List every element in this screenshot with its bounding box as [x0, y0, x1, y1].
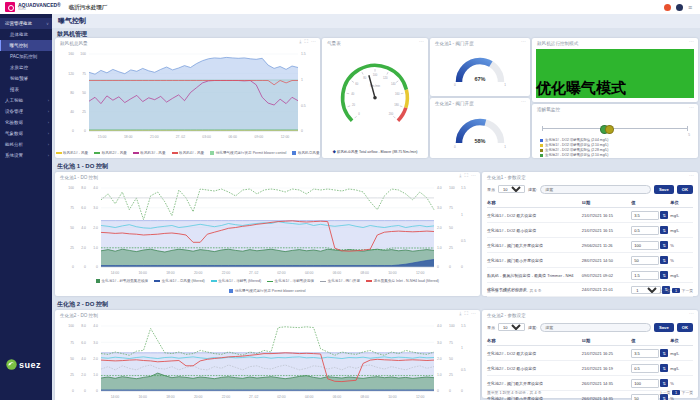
- more-icon[interactable]: ⋯: [471, 311, 476, 316]
- legend-marker-icon: [154, 280, 160, 282]
- value-stepper[interactable]: ⇅: [660, 211, 668, 219]
- svg-text:20:00: 20:00: [194, 395, 203, 399]
- page-title: 曝气控制: [58, 16, 86, 26]
- legend-item[interactable]: 生化池1# - 好氧段氨氮在线值: [96, 279, 148, 283]
- value-stepper[interactable]: ⇅: [660, 349, 668, 357]
- value-stepper[interactable]: ⇅: [660, 226, 668, 234]
- sidebar-item-4[interactable]: PAC加药控制: [0, 51, 52, 62]
- page-size-select[interactable]: 10: [498, 323, 525, 331]
- legend-item[interactable]: 鼓风机1# - 风量: [56, 151, 89, 155]
- value-stepper[interactable]: ⇅: [660, 379, 668, 387]
- more-icon[interactable]: ⋯: [689, 311, 694, 316]
- param-value-input[interactable]: [631, 271, 659, 280]
- sidebar-item-11[interactable]: 气象数据›: [0, 128, 52, 139]
- legend-marker-icon: [540, 139, 543, 142]
- more-icon[interactable]: ⋯: [689, 105, 694, 110]
- more-icon[interactable]: ⋯: [521, 39, 526, 44]
- sidebar-item-8[interactable]: 人工智能›: [0, 95, 52, 106]
- blower-airflow-chart[interactable]: 1007550250160120804001.510.5015:0018:002…: [59, 50, 316, 140]
- legend-item[interactable]: 鼓风机4# - 风量: [172, 151, 205, 155]
- download-icon[interactable]: ⤓: [299, 39, 301, 44]
- download-icon[interactable]: ⤓: [459, 311, 461, 316]
- value-stepper[interactable]: ⇅: [660, 241, 668, 249]
- more-icon[interactable]: ⋯: [419, 39, 424, 44]
- more-icon[interactable]: ⋯: [689, 39, 694, 44]
- current-page[interactable]: 1: [672, 390, 679, 395]
- sidebar-item-1[interactable]: 运营管理概览∨: [0, 18, 52, 29]
- table-row: 生化池2# - DO2 最大设定值21/07/2021 16:25⇅mg/L: [487, 346, 693, 361]
- sidebar-item-13[interactable]: 系统设置›: [0, 150, 52, 161]
- param-date: 21/07/2021 16:19: [582, 361, 631, 376]
- prev-page[interactable]: 上一页: [659, 390, 670, 395]
- save-button[interactable]: Save: [654, 323, 674, 332]
- search-input[interactable]: [540, 185, 651, 194]
- value-stepper[interactable]: ⇅: [660, 271, 668, 279]
- legend-marker-icon: [211, 280, 217, 282]
- value-stepper[interactable]: ⇅: [660, 256, 668, 264]
- col-date: 日期: [582, 198, 631, 208]
- download-icon[interactable]: ⤓: [459, 173, 461, 178]
- current-page[interactable]: 1: [672, 288, 679, 293]
- sidebar-item-10[interactable]: 化验数据›: [0, 117, 52, 128]
- fullscreen-icon[interactable]: ⛶: [464, 311, 468, 316]
- sidebar-item-2[interactable]: 总体概览: [0, 29, 52, 40]
- sidebar-item-5[interactable]: 水质监控: [0, 62, 52, 73]
- more-icon[interactable]: ⋯: [471, 173, 476, 178]
- legend-item[interactable]: 鼓风机2# - 风量: [94, 151, 127, 155]
- ok-button[interactable]: OK: [677, 185, 693, 194]
- svg-text:06:00: 06:00: [333, 271, 342, 275]
- svg-text:02:00: 02:00: [277, 271, 286, 275]
- legend-item[interactable]: 进水氨氮负荷 Inlet - N-NH4 load (filtered): [366, 279, 439, 283]
- svg-text:50: 50: [82, 91, 86, 95]
- sidebar-item-6[interactable]: 智能预警: [0, 73, 52, 84]
- svg-text:4.0: 4.0: [93, 186, 98, 190]
- param-value-input[interactable]: [631, 211, 659, 220]
- ok-button[interactable]: OK: [677, 323, 693, 332]
- param-value-input[interactable]: [631, 379, 659, 388]
- param-value-input[interactable]: [631, 241, 659, 250]
- sidebar-item-3[interactable]: 曝气控制: [0, 40, 52, 51]
- suez-wordmark: suez: [19, 360, 41, 370]
- legend-item[interactable]: 生化池1# - 溶解氧设定值: [267, 279, 314, 283]
- user-avatar-icon[interactable]: [676, 4, 683, 11]
- param-value-input[interactable]: [631, 349, 659, 358]
- legend-item[interactable]: 生化池1# - 阀门开度: [320, 279, 360, 283]
- more-icon[interactable]: ⋯: [521, 99, 526, 104]
- alarm-badge-icon[interactable]: [664, 4, 671, 11]
- col-name: 名称: [487, 198, 582, 208]
- legend-item[interactable]: 鼓风机3# - 风量: [133, 151, 166, 155]
- param-value-input[interactable]: [631, 226, 659, 235]
- param-value-input[interactable]: [631, 256, 659, 265]
- legend-item[interactable]: 生化池1# - 溶解氧 (filtered): [211, 279, 261, 283]
- legend-item[interactable]: 优化曝气模式运行状态 Permit blower control: [229, 289, 305, 293]
- bio1-do-chart[interactable]: 4.03.02.01.008.06.04.02.0010075502504.03…: [59, 184, 476, 276]
- legend-item[interactable]: 鼓风机总风量: [292, 151, 319, 155]
- svg-text:25: 25: [70, 246, 74, 250]
- legend-item[interactable]: 优化曝气模式运行状态 Permit blower control: [210, 151, 286, 155]
- param-value-input[interactable]: [631, 364, 659, 373]
- value-stepper[interactable]: ⇅: [660, 364, 668, 372]
- next-page[interactable]: 下一页: [682, 288, 693, 293]
- do-slider-marker-2[interactable]: [605, 125, 614, 134]
- next-page[interactable]: 下一页: [682, 390, 693, 395]
- fullscreen-icon[interactable]: ⛶: [464, 173, 468, 178]
- fullscreen-icon[interactable]: ⛶: [304, 39, 308, 44]
- donut-max-label: 1: [504, 83, 506, 87]
- bio2-do-chart[interactable]: 4.03.02.01.008.06.04.02.0010075502504.03…: [59, 322, 476, 400]
- sidebar-item-12[interactable]: 能耗分析›: [0, 139, 52, 150]
- more-icon[interactable]: ⋯: [689, 173, 694, 178]
- page-size-select[interactable]: 10: [498, 185, 525, 193]
- legend-item[interactable]: 生化池1# - 总风量 (filtered): [154, 279, 204, 283]
- do-slider-track[interactable]: [542, 128, 688, 129]
- menu-icon[interactable]: ≡: [688, 4, 692, 11]
- svg-text:0: 0: [96, 265, 98, 269]
- param-value-select[interactable]: 1: [631, 286, 661, 294]
- prev-page[interactable]: 上一页: [659, 288, 670, 293]
- sidebar-item-7[interactable]: 报表: [0, 84, 52, 95]
- search-input[interactable]: [540, 323, 651, 332]
- param-value-input[interactable]: [631, 394, 659, 400]
- save-button[interactable]: Save: [654, 185, 674, 194]
- sidebar-item-9[interactable]: 设备管理›: [0, 106, 52, 117]
- more-icon[interactable]: ⋯: [311, 39, 316, 44]
- panel-blower-chart: 鼓风机总风量 ⤓⛶⋯ 1007550250160120804001.510.50…: [55, 38, 320, 158]
